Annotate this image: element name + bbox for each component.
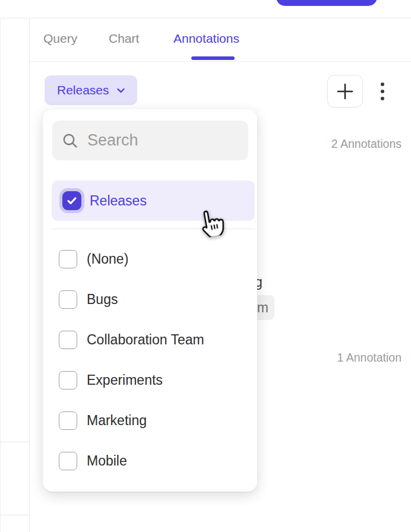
checkbox-unchecked[interactable] xyxy=(59,411,77,430)
releases-filter-label: Releases xyxy=(57,83,109,97)
dropdown-option-list: (None) Bugs Collaboration Team Experimen… xyxy=(43,239,257,481)
checkbox-unchecked[interactable] xyxy=(59,452,77,470)
releases-filter-button[interactable]: Releases xyxy=(45,75,137,105)
checkbox-unchecked[interactable] xyxy=(59,331,77,349)
chevron-down-icon xyxy=(115,85,127,96)
dropdown-option-label: Marketing xyxy=(87,413,147,429)
dropdown-option-label: Releases xyxy=(90,193,147,209)
dropdown-option-label: Mobile xyxy=(87,453,127,469)
dropdown-option-marketing[interactable]: Marketing xyxy=(43,400,257,441)
annotations-count: 1 Annotation xyxy=(337,351,401,365)
dropdown-option-none[interactable]: (None) xyxy=(43,239,257,279)
dropdown-option-bugs[interactable]: Bugs xyxy=(43,279,257,319)
search-input[interactable] xyxy=(87,131,240,150)
dropdown-option-label: Experiments xyxy=(87,372,163,388)
checkbox-unchecked[interactable] xyxy=(59,250,77,268)
releases-filter-dropdown: Releases (None) Bugs Collaboration Team … xyxy=(43,109,257,492)
checkbox-checked[interactable] xyxy=(62,191,81,210)
primary-action-button[interactable] xyxy=(276,0,377,6)
check-icon xyxy=(65,194,78,207)
annotations-count: 2 Annotations xyxy=(331,137,401,151)
search-icon xyxy=(61,132,79,150)
dropdown-option-experiments[interactable]: Experiments xyxy=(43,360,257,400)
dropdown-option-mobile[interactable]: Mobile xyxy=(43,441,257,481)
dropdown-divider xyxy=(52,229,255,229)
dropdown-option-collaboration-team[interactable]: Collaboration Team xyxy=(43,319,257,360)
dropdown-option-releases[interactable]: Releases xyxy=(52,180,255,221)
dropdown-option-label: Bugs xyxy=(87,292,118,308)
dropdown-option-label: Collaboration Team xyxy=(87,332,204,348)
search-input-wrap[interactable] xyxy=(52,121,248,160)
checkbox-unchecked[interactable] xyxy=(59,290,77,309)
checkbox-unchecked[interactable] xyxy=(59,371,77,390)
dropdown-option-label: (None) xyxy=(87,251,128,267)
